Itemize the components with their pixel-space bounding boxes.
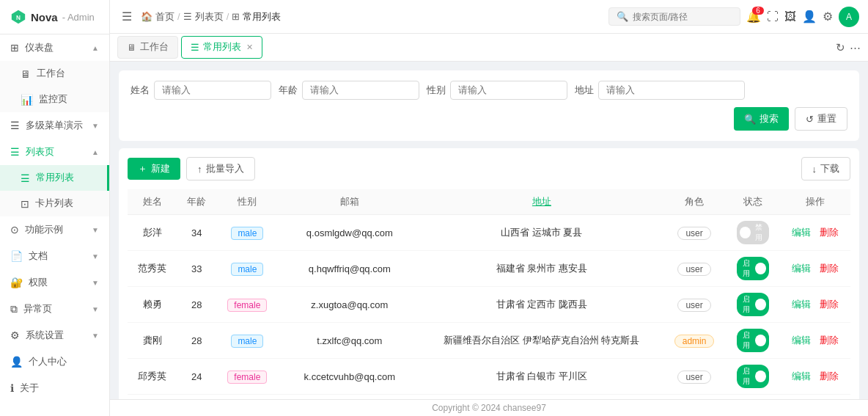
screenshot-icon[interactable]: 🖼: [784, 10, 796, 23]
list-icon: ☰: [10, 146, 20, 158]
sidebar-item-dashboard[interactable]: ⊞ 仪表盘 ▲: [0, 34, 109, 61]
filter-gender-group: 性别: [427, 81, 567, 100]
sidebar-item-common-list[interactable]: ☰ 常用列表: [0, 165, 109, 191]
sidebar-item-menu-demo[interactable]: ☰ 多级菜单演示 ▼: [0, 112, 109, 139]
settings-icon: ⚙: [10, 329, 20, 341]
workspace-icon: 🖥: [21, 68, 31, 80]
toggle-on[interactable]: 启用: [737, 293, 769, 316]
filter-name-group: 姓名: [130, 81, 271, 100]
edit-button[interactable]: 编辑: [792, 371, 811, 382]
tab-close-icon[interactable]: ✕: [246, 43, 253, 52]
cell-role: user: [663, 287, 726, 323]
new-button[interactable]: ＋ 新建: [128, 158, 180, 180]
search-box[interactable]: 🔍: [608, 7, 740, 26]
delete-button[interactable]: 删除: [820, 263, 839, 274]
sidebar-item-list-page[interactable]: ☰ 列表页 ▲: [0, 139, 109, 165]
sidebar-item-about[interactable]: ℹ 关于: [0, 375, 109, 401]
tab-workspace[interactable]: 🖥 工作台: [117, 36, 178, 59]
notification-icon[interactable]: 🔔 6: [746, 10, 761, 23]
edit-button[interactable]: 编辑: [792, 299, 811, 310]
tab-common-list[interactable]: ☰ 常用列表 ✕: [181, 36, 262, 59]
breadcrumb: 🏠 首页 / ☰ 列表页 / ⊞ 常用列表: [141, 10, 603, 23]
hamburger-icon[interactable]: ☰: [119, 7, 135, 26]
sidebar-item-func-example[interactable]: ⊙ 功能示例 ▼: [0, 216, 109, 243]
sidebar-item-other-page[interactable]: ⧉ 异常页 ▼: [0, 296, 109, 322]
download-button[interactable]: ↓ 下载: [801, 157, 851, 180]
reset-button[interactable]: ↺ 重置: [795, 107, 847, 131]
cell-role: user: [663, 251, 726, 287]
delete-button[interactable]: 删除: [820, 371, 839, 382]
logo-text: Nova: [31, 11, 58, 23]
sidebar-item-label: 列表页: [26, 145, 86, 158]
sidebar-item-label: 卡片列表: [35, 197, 99, 210]
sidebar-item-label: 文档: [29, 249, 86, 263]
edit-button[interactable]: 编辑: [792, 263, 811, 274]
data-table: 姓名 年龄 性别 邮箱 地址 角色 状态 操作 彭洋34maleq.osmlgd…: [128, 189, 850, 399]
search-button[interactable]: 🔍 搜索: [734, 107, 789, 131]
main-area: ☰ 🏠 首页 / ☰ 列表页 / ⊞ 常用列表 🔍 🔔 6 ⛶ 🖼 👤 ⚙ A …: [110, 0, 868, 416]
filter-address-label: 地址: [575, 84, 594, 97]
sidebar-item-personal[interactable]: 👤 个人中心: [0, 349, 109, 375]
filter-age-input[interactable]: [302, 81, 419, 100]
col-address[interactable]: 地址: [421, 189, 663, 215]
fullscreen-icon[interactable]: ⛶: [767, 10, 779, 23]
cell-status: 启用: [726, 323, 780, 359]
toggle-label: 禁用: [752, 222, 766, 243]
avatar[interactable]: A: [839, 7, 859, 27]
filter-actions: 🔍 搜索 ↺ 重置: [734, 107, 847, 131]
toggle-knob: [755, 371, 766, 382]
language-icon[interactable]: 👤: [802, 10, 817, 23]
toggle-on[interactable]: 启用: [737, 257, 769, 280]
cell-email: z.xugtoa@qq.com: [279, 287, 421, 323]
cell-name: 彭洋: [128, 215, 177, 251]
refresh-icon[interactable]: ↻: [836, 41, 845, 54]
settings-icon[interactable]: ⚙: [823, 10, 833, 23]
delete-button[interactable]: 删除: [820, 227, 839, 238]
list-tab-icon: ☰: [191, 42, 199, 53]
sidebar-item-card-list[interactable]: ⊡ 卡片列表: [0, 191, 109, 216]
edit-button[interactable]: 编辑: [792, 227, 811, 238]
sidebar-item-system-settings[interactable]: ⚙ 系统设置 ▼: [0, 322, 109, 349]
filter-address-input[interactable]: [598, 81, 745, 100]
user-icon: 👤: [10, 356, 23, 368]
filter-name-input[interactable]: [154, 81, 271, 100]
download-btn-label: 下载: [820, 162, 839, 175]
sidebar-item-permissions[interactable]: 🔐 权限 ▼: [0, 269, 109, 296]
sidebar-item-monitor[interactable]: 📊 监控页: [0, 87, 109, 112]
filter-gender-label: 性别: [427, 84, 446, 97]
batch-import-button[interactable]: ↑ 批量导入: [186, 157, 255, 180]
cell-name: 邱秀英: [128, 359, 177, 395]
dashboard-icon: ⊞: [10, 42, 19, 54]
sidebar-item-workspace[interactable]: 🖥 工作台: [0, 61, 109, 87]
sidebar-item-docs[interactable]: 📄 文档 ▼: [0, 243, 109, 269]
chevron-icon: ▲: [92, 44, 99, 52]
breadcrumb-home[interactable]: 首页: [155, 10, 174, 23]
toggle-knob: [740, 227, 751, 238]
reset-btn-label: 重置: [817, 112, 836, 125]
tabs-actions: ↻ ⋯: [836, 41, 861, 54]
table-row: 范秀英33maleq.hqwffriq@qq.com福建省 泉州市 惠安县use…: [128, 251, 850, 287]
sidebar-item-label: 异常页: [23, 302, 86, 315]
info-icon: ℹ: [10, 382, 14, 394]
notification-badge: 6: [752, 7, 764, 15]
toggle-label: 启用: [740, 258, 754, 279]
filter-gender-input[interactable]: [450, 81, 567, 100]
delete-button[interactable]: 删除: [820, 299, 839, 310]
search-input[interactable]: [633, 12, 732, 22]
delete-button[interactable]: 删除: [820, 335, 839, 346]
toggle-on[interactable]: 启用: [737, 329, 769, 352]
breadcrumb-list[interactable]: 列表页: [195, 10, 224, 23]
col-status: 状态: [726, 189, 780, 215]
footer: Copyright © 2024 chansee97: [110, 399, 868, 416]
search-btn-icon: 🔍: [744, 114, 756, 125]
cell-age: 24: [177, 359, 216, 395]
toggle-off[interactable]: 禁用: [737, 221, 769, 244]
cell-gender: male: [216, 215, 279, 251]
toggle-on[interactable]: 启用: [737, 365, 769, 388]
more-icon[interactable]: ⋯: [850, 41, 861, 54]
col-actions: 操作: [780, 189, 850, 215]
chevron-down-icon: ▼: [92, 252, 99, 260]
cell-name: 赖勇: [128, 287, 177, 323]
edit-button[interactable]: 编辑: [792, 335, 811, 346]
filter-address-group: 地址: [575, 81, 745, 100]
